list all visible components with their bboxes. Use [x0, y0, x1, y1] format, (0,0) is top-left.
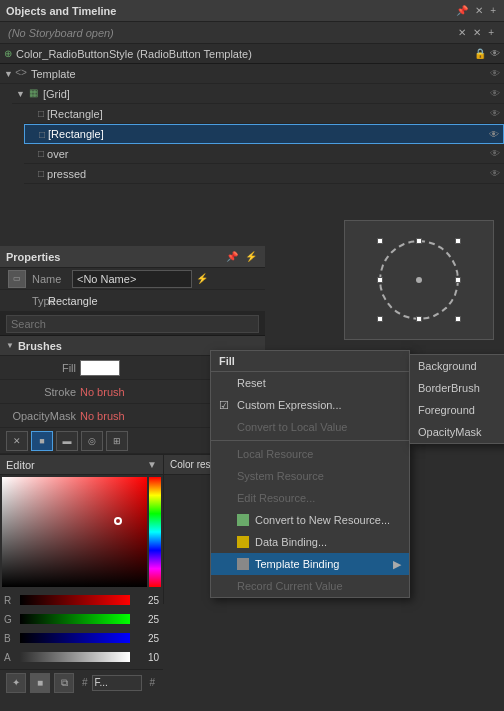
tree-item-rect2[interactable]: □ [Rectangle] 👁 [24, 124, 504, 144]
g-value: 25 [134, 614, 159, 625]
menu-sep1 [211, 440, 409, 441]
eye-rect2[interactable]: 👁 [489, 129, 499, 140]
properties-icon2[interactable]: ⚡ [243, 250, 259, 263]
opacity-mask-label: OpacityMask [6, 410, 76, 422]
a-value: 10 [134, 652, 159, 663]
editor-label: Editor [6, 459, 35, 471]
checkbox-pressed: □ [38, 168, 44, 179]
submenu-item-borderbrush[interactable]: BorderBrush [410, 377, 504, 399]
close-icon[interactable]: ✕ [473, 4, 485, 17]
submenu-item-opacitymask[interactable]: OpacityMask [410, 421, 504, 443]
brushes-title: Brushes [18, 340, 62, 352]
b-value: 25 [134, 633, 159, 644]
panel-title: Objects and Timeline [6, 5, 116, 17]
storyboard-icon3[interactable]: + [486, 26, 496, 39]
eye-grid[interactable]: 👁 [490, 88, 500, 99]
menu-convert-new-label: Convert to New Resource... [255, 514, 390, 526]
eyedropper-btn[interactable]: ✦ [6, 673, 26, 693]
menu-record-value-label: Record Current Value [237, 580, 343, 592]
pin-icon[interactable]: 📌 [454, 4, 470, 17]
handle-bm[interactable] [416, 316, 422, 322]
storyboard-icon2[interactable]: ✕ [471, 26, 483, 39]
eye-over[interactable]: 👁 [490, 148, 500, 159]
menu-item-template-binding[interactable]: Template Binding ▶ [211, 553, 409, 575]
r-label: R [4, 595, 16, 606]
menu-item-edit-resource: Edit Resource... [211, 487, 409, 509]
g-bar[interactable] [20, 614, 130, 624]
b-row: B 25 [4, 629, 159, 647]
name-row: ▭ Name ⚡ [0, 268, 265, 290]
color-gradient[interactable] [2, 477, 147, 587]
properties-title: Properties [6, 251, 60, 263]
b-bar[interactable] [20, 633, 130, 643]
submenu-item-foreground[interactable]: Foreground [410, 399, 504, 421]
handle-lm[interactable] [377, 277, 383, 283]
submenu-item-background[interactable]: Background [410, 355, 504, 377]
menu-item-convert-local: Convert to Local Value [211, 416, 409, 438]
copy-btn[interactable]: ⧉ [54, 673, 74, 693]
swatch-btn[interactable]: ■ [30, 673, 50, 693]
submenu-borderbrush-label: BorderBrush [418, 382, 480, 394]
hex-icon: # [150, 677, 156, 688]
handle-rm[interactable] [455, 277, 461, 283]
hex-input[interactable] [92, 675, 142, 691]
add-icon[interactable]: + [488, 4, 498, 17]
menu-item-custom-expression[interactable]: ☑ Custom Expression... [211, 394, 409, 416]
handle-br[interactable] [455, 316, 461, 322]
tree-item-grid[interactable]: ▼ ▦ [Grid] 👁 [12, 84, 504, 104]
name-input[interactable] [72, 270, 192, 288]
eye-icon: 👁 [490, 48, 500, 59]
fill-color-swatch[interactable] [80, 360, 120, 376]
a-bar[interactable] [20, 652, 130, 662]
image-brush-btn[interactable]: ⊞ [106, 431, 128, 451]
gradient-dark [2, 477, 147, 587]
search-input[interactable] [6, 315, 259, 333]
handle-tl[interactable] [377, 238, 383, 244]
panel-icons: 📌 ✕ + [454, 4, 498, 17]
tree-item-label-grid: [Grid] [43, 88, 70, 100]
tree-item-pressed[interactable]: □ pressed 👁 [24, 164, 504, 184]
checkbox-over: □ [38, 148, 44, 159]
editor-dropdown[interactable]: ▼ [147, 459, 157, 470]
handle-tm[interactable] [416, 238, 422, 244]
grid-icon: ▦ [26, 87, 40, 101]
r-bar[interactable] [20, 595, 130, 605]
solid-brush-btn[interactable]: ■ [31, 431, 53, 451]
submenu-arrow: ▶ [393, 558, 401, 571]
r-row: R 25 [4, 591, 159, 609]
color-indicator [114, 517, 122, 525]
linear-brush-btn[interactable]: ▬ [56, 431, 78, 451]
tree-item-template[interactable]: ▼ <> Template 👁 [0, 64, 504, 84]
a-row: A 10 [4, 648, 159, 666]
eye-rect1[interactable]: 👁 [490, 108, 500, 119]
tree-item-over[interactable]: □ over 👁 [24, 144, 504, 164]
properties-pin-icon[interactable]: 📌 [224, 250, 240, 263]
eye-template[interactable]: 👁 [490, 68, 500, 79]
storyboard-icon1[interactable]: ✕ [456, 26, 468, 39]
tree-item-label-over: over [47, 148, 68, 160]
template-icon: ⊕ [4, 48, 12, 59]
menu-item-data-binding[interactable]: Data Binding... [211, 531, 409, 553]
color-picker-area [0, 475, 163, 589]
handle-bl[interactable] [377, 316, 383, 322]
handle-tr[interactable] [455, 238, 461, 244]
name-icon[interactable]: ⚡ [196, 273, 208, 284]
no-brush-btn[interactable]: ✕ [6, 431, 28, 451]
menu-item-record-value: Record Current Value [211, 575, 409, 597]
hue-bar[interactable] [149, 477, 161, 587]
type-label: Type [8, 295, 48, 307]
menu-item-reset[interactable]: Reset [211, 372, 409, 394]
r-value: 25 [134, 595, 159, 606]
radial-brush-btn[interactable]: ◎ [81, 431, 103, 451]
checkbox-rect1: □ [38, 108, 44, 119]
fill-label: Fill [6, 362, 76, 374]
hex-symbol: # [82, 677, 88, 688]
storyboard-label: (No Storyboard open) [8, 27, 114, 39]
g-row: G 25 [4, 610, 159, 628]
template-name-row: ⊕ Color_RadioButtonStyle (RadioButton Te… [0, 44, 504, 64]
opacity-mask-value: No brush [80, 410, 125, 422]
tree-item-rect1[interactable]: □ [Rectangle] 👁 [24, 104, 504, 124]
eye-pressed[interactable]: 👁 [490, 168, 500, 179]
menu-item-convert-new[interactable]: Convert to New Resource... [211, 509, 409, 531]
menu-item-local-resource: Local Resource [211, 443, 409, 465]
